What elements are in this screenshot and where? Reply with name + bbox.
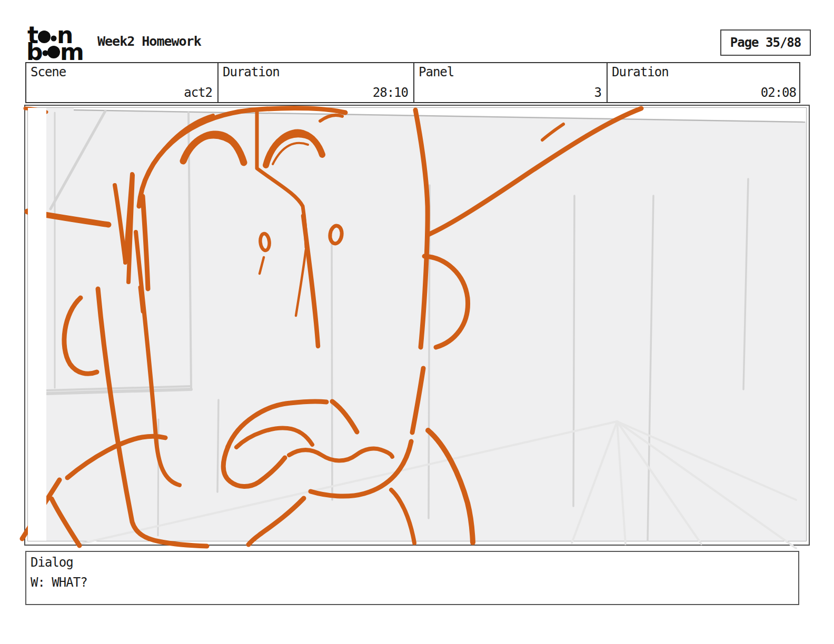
panel-paper-margin [28,108,46,541]
dialog-box: Dialog W: WHAT? [25,551,799,605]
dialog-text: W: WHAT? [31,575,87,590]
dialog-label: Dialog [31,555,73,570]
storyboard-panel-drawing [0,0,834,644]
